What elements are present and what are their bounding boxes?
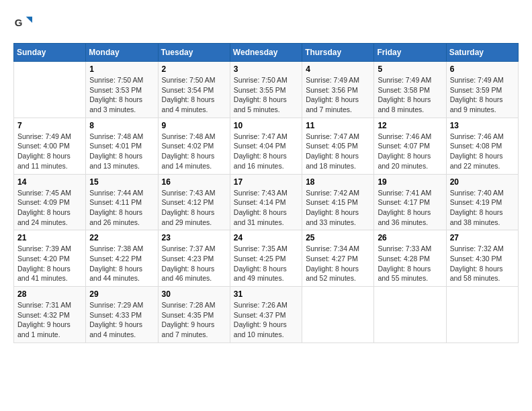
calendar-cell: 29Sunrise: 7:29 AM Sunset: 4:33 PM Dayli… — [86, 287, 158, 343]
day-number: 25 — [306, 233, 370, 242]
calendar-cell: 7Sunrise: 7:49 AM Sunset: 4:00 PM Daylig… — [14, 118, 86, 174]
day-number: 26 — [378, 233, 442, 242]
day-info: Sunrise: 7:47 AM Sunset: 4:04 PM Dayligh… — [234, 132, 298, 171]
day-number: 20 — [450, 177, 515, 187]
logo: G — [13, 13, 35, 32]
day-info: Sunrise: 7:49 AM Sunset: 3:56 PM Dayligh… — [306, 75, 370, 115]
day-info: Sunrise: 7:26 AM Sunset: 4:37 PM Dayligh… — [234, 300, 298, 340]
calendar-cell: 31Sunrise: 7:26 AM Sunset: 4:37 PM Dayli… — [230, 287, 302, 343]
day-info: Sunrise: 7:33 AM Sunset: 4:28 PM Dayligh… — [378, 244, 442, 283]
day-number: 15 — [89, 177, 154, 187]
calendar-cell: 14Sunrise: 7:45 AM Sunset: 4:09 PM Dayli… — [14, 174, 86, 230]
calendar-cell: 15Sunrise: 7:44 AM Sunset: 4:11 PM Dayli… — [86, 174, 158, 230]
day-number: 7 — [17, 121, 82, 130]
weekday-header-row: SundayMondayTuesdayWednesdayThursdayFrid… — [14, 44, 519, 62]
calendar-cell: 24Sunrise: 7:35 AM Sunset: 4:25 PM Dayli… — [230, 230, 302, 287]
day-info: Sunrise: 7:50 AM Sunset: 3:53 PM Dayligh… — [89, 75, 154, 115]
day-number: 27 — [450, 233, 515, 242]
day-info: Sunrise: 7:50 AM Sunset: 3:55 PM Dayligh… — [234, 75, 298, 115]
day-info: Sunrise: 7:48 AM Sunset: 4:01 PM Dayligh… — [89, 132, 154, 171]
day-number: 24 — [234, 233, 298, 242]
day-info: Sunrise: 7:42 AM Sunset: 4:15 PM Dayligh… — [306, 188, 370, 228]
calendar-cell: 16Sunrise: 7:43 AM Sunset: 4:12 PM Dayli… — [158, 174, 230, 230]
logo-icon: G — [13, 13, 32, 32]
day-number: 30 — [162, 289, 226, 299]
calendar-cell: 10Sunrise: 7:47 AM Sunset: 4:04 PM Dayli… — [230, 118, 302, 174]
day-info: Sunrise: 7:45 AM Sunset: 4:09 PM Dayligh… — [17, 188, 82, 228]
day-number: 11 — [306, 121, 370, 130]
calendar-cell: 21Sunrise: 7:39 AM Sunset: 4:20 PM Dayli… — [14, 230, 86, 287]
day-info: Sunrise: 7:49 AM Sunset: 3:59 PM Dayligh… — [450, 75, 515, 115]
day-info: Sunrise: 7:31 AM Sunset: 4:32 PM Dayligh… — [17, 300, 82, 340]
calendar-cell: 5Sunrise: 7:49 AM Sunset: 3:58 PM Daylig… — [374, 62, 446, 118]
day-number: 6 — [450, 64, 515, 74]
day-number: 18 — [306, 177, 370, 187]
calendar-cell: 20Sunrise: 7:40 AM Sunset: 4:19 PM Dayli… — [446, 174, 518, 230]
calendar-cell — [14, 62, 86, 118]
calendar-cell: 26Sunrise: 7:33 AM Sunset: 4:28 PM Dayli… — [374, 230, 446, 287]
calendar-table: SundayMondayTuesdayWednesdayThursdayFrid… — [13, 43, 519, 343]
day-number: 21 — [17, 233, 82, 242]
svg-marker-1 — [26, 17, 32, 23]
calendar-cell: 13Sunrise: 7:46 AM Sunset: 4:08 PM Dayli… — [446, 118, 518, 174]
day-number: 3 — [234, 64, 298, 74]
calendar-week-row: 1Sunrise: 7:50 AM Sunset: 3:53 PM Daylig… — [14, 62, 519, 118]
day-info: Sunrise: 7:43 AM Sunset: 4:14 PM Dayligh… — [234, 188, 298, 228]
day-info: Sunrise: 7:49 AM Sunset: 4:00 PM Dayligh… — [17, 132, 82, 171]
day-info: Sunrise: 7:47 AM Sunset: 4:05 PM Dayligh… — [306, 132, 370, 171]
day-number: 22 — [89, 233, 154, 242]
calendar-cell: 17Sunrise: 7:43 AM Sunset: 4:14 PM Dayli… — [230, 174, 302, 230]
day-info: Sunrise: 7:40 AM Sunset: 4:19 PM Dayligh… — [450, 188, 515, 228]
day-info: Sunrise: 7:41 AM Sunset: 4:17 PM Dayligh… — [378, 188, 442, 228]
calendar-body: 1Sunrise: 7:50 AM Sunset: 3:53 PM Daylig… — [14, 62, 519, 343]
calendar-cell: 19Sunrise: 7:41 AM Sunset: 4:17 PM Dayli… — [374, 174, 446, 230]
day-number: 16 — [162, 177, 226, 187]
day-number: 13 — [450, 121, 515, 130]
calendar-week-row: 28Sunrise: 7:31 AM Sunset: 4:32 PM Dayli… — [14, 287, 519, 343]
calendar-cell: 1Sunrise: 7:50 AM Sunset: 3:53 PM Daylig… — [86, 62, 158, 118]
calendar-cell — [446, 287, 518, 343]
day-info: Sunrise: 7:34 AM Sunset: 4:27 PM Dayligh… — [306, 244, 370, 283]
weekday-header-cell: Monday — [86, 44, 158, 62]
day-number: 23 — [162, 233, 226, 242]
weekday-header-cell: Thursday — [302, 44, 374, 62]
calendar-cell: 25Sunrise: 7:34 AM Sunset: 4:27 PM Dayli… — [302, 230, 374, 287]
day-info: Sunrise: 7:44 AM Sunset: 4:11 PM Dayligh… — [89, 188, 154, 228]
calendar-cell: 2Sunrise: 7:50 AM Sunset: 3:54 PM Daylig… — [158, 62, 230, 118]
weekday-header-cell: Sunday — [14, 44, 86, 62]
calendar-cell: 11Sunrise: 7:47 AM Sunset: 4:05 PM Dayli… — [302, 118, 374, 174]
weekday-header-cell: Friday — [374, 44, 446, 62]
calendar-cell: 3Sunrise: 7:50 AM Sunset: 3:55 PM Daylig… — [230, 62, 302, 118]
day-number: 2 — [162, 64, 226, 74]
calendar-cell — [374, 287, 446, 343]
day-number: 14 — [17, 177, 82, 187]
day-info: Sunrise: 7:49 AM Sunset: 3:58 PM Dayligh… — [378, 75, 442, 115]
day-number: 4 — [306, 64, 370, 74]
calendar-cell: 27Sunrise: 7:32 AM Sunset: 4:30 PM Dayli… — [446, 230, 518, 287]
day-info: Sunrise: 7:50 AM Sunset: 3:54 PM Dayligh… — [162, 75, 226, 115]
calendar-cell: 4Sunrise: 7:49 AM Sunset: 3:56 PM Daylig… — [302, 62, 374, 118]
weekday-header-cell: Tuesday — [158, 44, 230, 62]
calendar-cell: 30Sunrise: 7:28 AM Sunset: 4:35 PM Dayli… — [158, 287, 230, 343]
calendar-cell: 22Sunrise: 7:38 AM Sunset: 4:22 PM Dayli… — [86, 230, 158, 287]
day-number: 17 — [234, 177, 298, 187]
svg-text:G: G — [15, 17, 23, 28]
calendar-cell: 18Sunrise: 7:42 AM Sunset: 4:15 PM Dayli… — [302, 174, 374, 230]
day-number: 10 — [234, 121, 298, 130]
day-info: Sunrise: 7:37 AM Sunset: 4:23 PM Dayligh… — [162, 244, 226, 283]
calendar-week-row: 7Sunrise: 7:49 AM Sunset: 4:00 PM Daylig… — [14, 118, 519, 174]
day-info: Sunrise: 7:29 AM Sunset: 4:33 PM Dayligh… — [89, 300, 154, 340]
calendar-week-row: 14Sunrise: 7:45 AM Sunset: 4:09 PM Dayli… — [14, 174, 519, 230]
calendar-cell: 28Sunrise: 7:31 AM Sunset: 4:32 PM Dayli… — [14, 287, 86, 343]
calendar-cell — [302, 287, 374, 343]
day-info: Sunrise: 7:46 AM Sunset: 4:07 PM Dayligh… — [378, 132, 442, 171]
calendar-cell: 8Sunrise: 7:48 AM Sunset: 4:01 PM Daylig… — [86, 118, 158, 174]
day-info: Sunrise: 7:32 AM Sunset: 4:30 PM Dayligh… — [450, 244, 515, 283]
day-info: Sunrise: 7:38 AM Sunset: 4:22 PM Dayligh… — [89, 244, 154, 283]
calendar-cell: 6Sunrise: 7:49 AM Sunset: 3:59 PM Daylig… — [446, 62, 518, 118]
weekday-header-cell: Saturday — [446, 44, 518, 62]
day-number: 28 — [17, 289, 82, 299]
day-info: Sunrise: 7:39 AM Sunset: 4:20 PM Dayligh… — [17, 244, 82, 283]
day-info: Sunrise: 7:43 AM Sunset: 4:12 PM Dayligh… — [162, 188, 226, 228]
day-number: 31 — [234, 289, 298, 299]
